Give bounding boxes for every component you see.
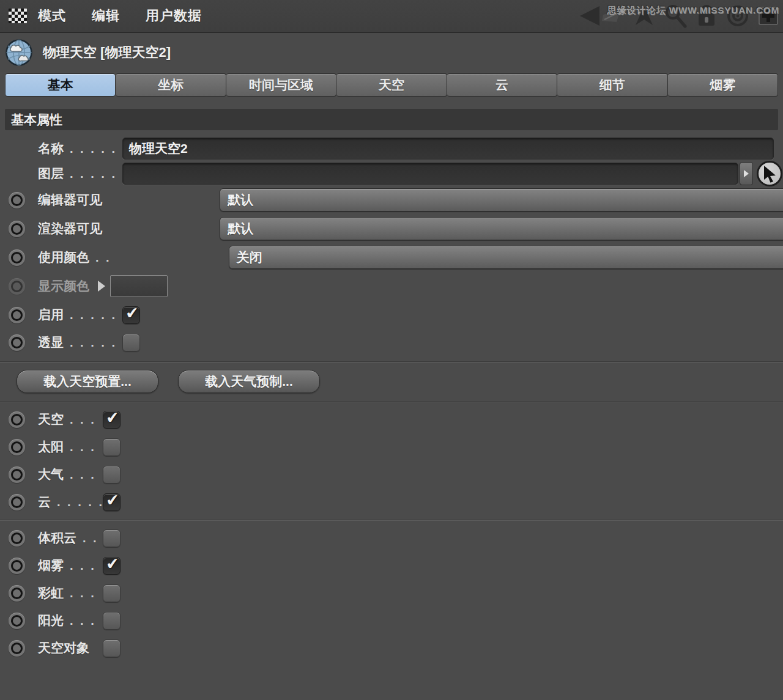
- separator: [0, 520, 783, 521]
- animation-ring-icon[interactable]: [9, 307, 25, 323]
- row-renderer-visibility: 渲染器可见 默认: [5, 217, 778, 240]
- dots: . .: [95, 251, 111, 265]
- tab-0[interactable]: 基本: [5, 73, 116, 97]
- enabled-checkbox[interactable]: [122, 306, 140, 324]
- lock-icon[interactable]: [696, 4, 717, 28]
- row-toggle: 天空对象: [5, 639, 778, 657]
- layer-input[interactable]: [122, 163, 738, 185]
- display-color-swatch[interactable]: [110, 275, 168, 297]
- row-toggle: 太阳. . .: [5, 438, 778, 455]
- expand-arrow-icon[interactable]: [98, 281, 105, 292]
- tab-6[interactable]: 烟雾: [668, 73, 778, 97]
- dots: . . .: [70, 614, 96, 628]
- load-sky-preset-button[interactable]: 载入天空预置...: [17, 370, 158, 393]
- separator: [0, 401, 783, 402]
- row-xray: 透显 . . . . .: [5, 334, 778, 351]
- dropdown-value: 默认: [228, 220, 253, 237]
- dots: . . . . .: [70, 308, 117, 322]
- tabs: 基本坐标时间与区域天空云细节烟雾: [5, 73, 778, 97]
- toggle-checkbox[interactable]: [103, 612, 121, 630]
- animation-ring-icon[interactable]: [9, 439, 25, 455]
- animation-ring-icon[interactable]: [9, 411, 25, 428]
- dots: . . .: [70, 413, 96, 427]
- toggle-checkbox[interactable]: [103, 466, 121, 484]
- toggle-checkbox[interactable]: [103, 438, 121, 456]
- name-label: 名称: [38, 140, 64, 157]
- preset-buttons: 载入天空预置... 载入天气预制...: [0, 370, 783, 393]
- row-toggle: 体积云. .: [5, 529, 778, 547]
- name-input[interactable]: 物理天空2: [122, 138, 774, 160]
- toggle-checkbox[interactable]: [103, 639, 121, 657]
- separator: [0, 361, 783, 363]
- section-basic-properties[interactable]: 基本属性: [5, 109, 778, 130]
- up-arrow-icon[interactable]: [634, 5, 655, 27]
- load-weather-preset-button[interactable]: 载入天气预制...: [178, 370, 320, 393]
- tab-4[interactable]: 云: [447, 73, 557, 97]
- xray-checkbox[interactable]: [122, 334, 140, 352]
- properties-panel: 名称 . . . . . 物理天空2 图层 . . . . . 编辑器可见 默认: [5, 140, 778, 351]
- toggle-label: 阳光: [38, 612, 64, 629]
- menu-user-data[interactable]: 用户数据: [146, 7, 202, 25]
- animation-ring-icon[interactable]: [9, 558, 25, 574]
- target-icon[interactable]: [725, 4, 750, 28]
- toggle-label: 太阳: [38, 438, 64, 455]
- toggle-label: 烟雾: [38, 557, 64, 574]
- toggle-checkbox[interactable]: [103, 529, 121, 547]
- tab-5[interactable]: 细节: [557, 73, 667, 97]
- animation-ring-icon[interactable]: [9, 221, 25, 237]
- component-toggles-group1: 天空. . .太阳. . .大气. . .云. . . . .: [5, 411, 778, 510]
- back-arrow-icon[interactable]: [577, 5, 625, 27]
- row-editor-visibility: 编辑器可见 默认: [5, 188, 778, 212]
- animation-ring-icon[interactable]: [9, 613, 25, 629]
- layer-pick-button[interactable]: [757, 161, 782, 186]
- toggle-checkbox[interactable]: [103, 557, 121, 575]
- menu-mode[interactable]: 模式: [38, 7, 66, 25]
- layer-label: 图层: [38, 165, 64, 182]
- enabled-label: 启用: [38, 306, 64, 323]
- physical-sky-icon: [5, 39, 33, 67]
- tab-3[interactable]: 天空: [336, 73, 447, 97]
- dots: . . . . .: [57, 495, 104, 509]
- menu-edit[interactable]: 编辑: [92, 7, 120, 25]
- row-name: 名称 . . . . . 物理天空2: [5, 140, 778, 157]
- row-enabled: 启用 . . . . .: [5, 306, 778, 323]
- tab-2[interactable]: 时间与区域: [226, 73, 336, 97]
- tab-1[interactable]: 坐标: [116, 73, 226, 97]
- row-toggle: 天空. . .: [5, 411, 778, 428]
- renderer-visibility-dropdown[interactable]: 默认: [220, 217, 783, 240]
- grip-pattern-icon[interactable]: [9, 9, 27, 23]
- toggle-label: 体积云: [38, 529, 76, 547]
- animation-ring-icon[interactable]: [9, 494, 25, 510]
- use-color-dropdown[interactable]: 关闭: [229, 246, 783, 269]
- animation-ring-icon[interactable]: [9, 334, 25, 351]
- object-titlebar: 物理天空 [物理天空2]: [0, 33, 783, 72]
- toggle-label: 彩虹: [38, 584, 64, 602]
- row-use-color: 使用颜色 . . 关闭: [5, 246, 778, 269]
- animation-ring-icon[interactable]: [9, 249, 25, 266]
- row-toggle: 烟雾. . .: [5, 557, 778, 574]
- editor-visibility-label: 编辑器可见: [38, 191, 102, 208]
- animation-ring-icon[interactable]: [9, 640, 25, 657]
- row-toggle: 彩虹. . .: [5, 584, 778, 602]
- dots: . . .: [70, 440, 96, 454]
- layer-browse-button[interactable]: [740, 162, 753, 185]
- toggle-checkbox[interactable]: [103, 493, 121, 511]
- search-icon[interactable]: [663, 4, 688, 28]
- menubar-icons: [577, 0, 778, 32]
- editor-visibility-dropdown[interactable]: 默认: [220, 188, 783, 212]
- renderer-visibility-label: 渲染器可见: [38, 220, 102, 237]
- dots: . . . . .: [70, 336, 117, 350]
- animation-ring-icon[interactable]: [9, 530, 25, 547]
- object-title: 物理天空 [物理天空2]: [43, 43, 171, 62]
- xray-label: 透显: [38, 334, 64, 351]
- toggle-checkbox[interactable]: [103, 584, 121, 602]
- add-object-icon[interactable]: [759, 6, 778, 26]
- animation-ring-icon[interactable]: [9, 466, 25, 483]
- row-toggle: 云. . . . .: [5, 493, 778, 510]
- dots: . . . . .: [70, 167, 117, 181]
- dots: . . . . .: [70, 142, 117, 156]
- animation-ring-icon: [9, 278, 25, 295]
- animation-ring-icon[interactable]: [9, 192, 25, 208]
- toggle-checkbox[interactable]: [103, 411, 121, 429]
- animation-ring-icon[interactable]: [9, 585, 25, 602]
